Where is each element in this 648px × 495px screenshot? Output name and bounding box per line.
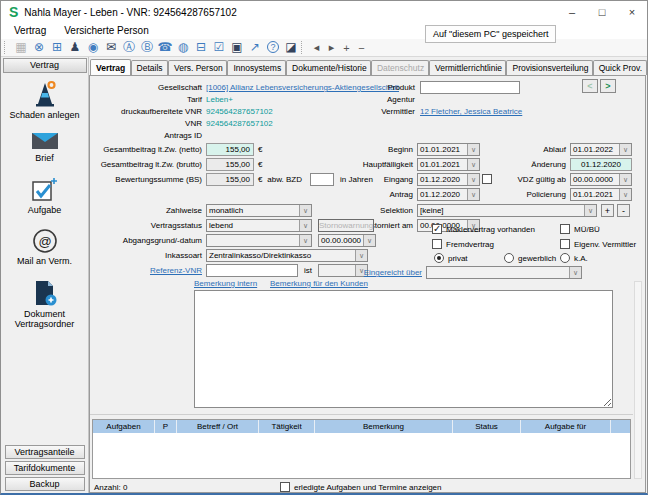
video-icon[interactable]: ◪ <box>282 39 300 56</box>
antrag-select[interactable]: 01.12.2020∨ <box>417 188 480 201</box>
zoom-in-icon[interactable]: + <box>339 42 354 54</box>
ablauf-select[interactable]: 01.01.2022∨ <box>570 143 632 156</box>
produkt-input[interactable] <box>420 81 520 94</box>
tab-details[interactable]: Details <box>131 60 168 75</box>
vdz-select[interactable]: 00.00.0000∨ <box>570 173 632 186</box>
circle-a-icon[interactable]: Ⓐ <box>120 39 138 56</box>
chevron-down-icon[interactable]: ∨ <box>299 220 311 231</box>
bemerkung-kunden-link[interactable]: Bemerkung für den Kunden <box>270 279 368 288</box>
mue-bue-checkbox[interactable] <box>560 224 570 234</box>
chevron-down-icon[interactable]: ∨ <box>619 174 631 185</box>
vermittler-link[interactable]: 12 Fletcher, Jessica Beatrice <box>420 107 522 116</box>
ka-radio[interactable] <box>560 253 570 263</box>
netto-field[interactable]: 155,00 <box>206 143 254 156</box>
bemerkung-intern-link[interactable]: Bemerkung intern <box>194 279 257 288</box>
chevron-down-icon[interactable]: ∨ <box>299 205 311 216</box>
vdz-checkbox[interactable] <box>482 174 492 184</box>
circle-b-icon[interactable]: Ⓑ <box>138 39 156 56</box>
person-icon[interactable]: ♟ <box>66 39 84 56</box>
tab-provisionsverteilung[interactable]: Provisionsverteilung <box>506 60 592 75</box>
sidebar-action-dokument-vertragsordner[interactable]: Dokument Vertragsordner <box>3 279 87 329</box>
maklervertrag-checkbox[interactable]: ✓ <box>432 224 442 234</box>
chevron-down-icon[interactable]: ∨ <box>584 205 596 216</box>
sidebar-action-brief[interactable]: Brief <box>3 131 87 163</box>
nav-forward-icon[interactable]: ▸ <box>324 41 339 54</box>
eingereicht-ueber-select[interactable]: ∨ <box>426 266 582 279</box>
sidebar-action-schaden-anlegen[interactable]: Schaden anlegen <box>3 80 87 120</box>
menu-versicherte-person[interactable]: Versicherte Person <box>55 23 158 39</box>
chevron-down-icon[interactable]: ∨ <box>467 174 479 185</box>
maximize-button[interactable]: □ <box>587 1 617 23</box>
tasks-icon[interactable]: ☑ <box>210 39 228 56</box>
close-button[interactable]: × <box>617 1 647 23</box>
referenz-vnr-link[interactable]: Referenz-VNR <box>90 266 202 275</box>
record-prev-button[interactable]: < <box>582 79 598 93</box>
svg-text:@: @ <box>38 234 51 249</box>
chevron-down-icon[interactable]: ∨ <box>569 267 581 278</box>
abgangsdatum-select[interactable]: 00.00.0000∨ <box>318 234 376 247</box>
referenz-vnr-input[interactable] <box>206 264 298 277</box>
zoom-out-icon[interactable]: − <box>354 42 369 54</box>
phone-icon[interactable]: ☎ <box>156 39 174 56</box>
backup-button[interactable]: Backup <box>5 477 85 491</box>
zahlweise-label: Zahlweise <box>90 206 202 215</box>
cancel-icon[interactable]: ⊗ <box>30 39 48 56</box>
hauptfaelligkeit-select[interactable]: 01.01.2021∨ <box>417 158 480 171</box>
selektion-add-button[interactable]: + <box>601 204 614 217</box>
privat-radio[interactable] <box>434 253 444 263</box>
sidebar-action-mail-an-verm[interactable]: @ Mail an Verm. <box>3 228 87 266</box>
col-betreff-ort: Betreff / Ort <box>177 420 259 433</box>
chevron-down-icon[interactable]: ∨ <box>467 144 479 155</box>
chevron-down-icon[interactable]: ∨ <box>467 189 479 200</box>
tarifdokumente-button[interactable]: Tarifdokumente <box>5 461 85 475</box>
tab-vertrag[interactable]: Vertrag <box>90 59 131 75</box>
policierung-select[interactable]: 01.01.2021∨ <box>570 188 632 201</box>
abgangsgrund-select[interactable]: ∨ <box>206 234 312 247</box>
chevron-down-icon[interactable]: ∨ <box>467 159 479 170</box>
erledigte-checkbox[interactable] <box>280 482 290 492</box>
window-icon[interactable]: ⊞ <box>48 39 66 56</box>
chevron-down-icon[interactable]: ∨ <box>619 189 631 200</box>
tab-vermittlerrichtlinie[interactable]: Vermittlerrichtlinie <box>429 60 506 75</box>
chevron-down-icon[interactable]: ∨ <box>363 235 375 246</box>
mail-icon[interactable]: ✉ <box>102 39 120 56</box>
zahlweise-select[interactable]: monatlich∨ <box>206 204 312 217</box>
selektion-select[interactable]: [keine]∨ <box>417 204 597 217</box>
fremdvertrag-checkbox[interactable] <box>432 239 442 249</box>
tab-dokumente-historie[interactable]: Dokumente/Historie <box>286 60 371 75</box>
tarif-value: Leben+ <box>206 95 233 104</box>
stats-icon[interactable]: ↗ <box>246 39 264 56</box>
tab-vers-person[interactable]: Vers. Person <box>168 60 228 75</box>
inkassoart-select[interactable]: Zentralinkasso/Direktinkasso∨ <box>206 249 368 262</box>
gewerblich-radio[interactable] <box>504 253 514 263</box>
vertical-scrollbar[interactable] <box>634 281 642 479</box>
help-icon[interactable]: ? <box>264 39 282 56</box>
fremdvertrag-label: Fremdvertrag <box>446 240 494 249</box>
chevron-down-icon[interactable]: ∨ <box>355 250 367 261</box>
menu-vertrag[interactable]: Vertrag <box>5 23 55 39</box>
bemerkung-textarea[interactable] <box>194 290 613 408</box>
chevron-down-icon[interactable]: ∨ <box>619 144 631 155</box>
chevron-down-icon[interactable]: ∨ <box>299 235 311 246</box>
globe-icon[interactable]: ◍ <box>174 39 192 56</box>
sidebar-header-vertrag[interactable]: Vertrag <box>3 58 87 73</box>
tab-quick-prov[interactable]: Quick Prov. <box>593 60 647 75</box>
sidebar-action-aufgabe[interactable]: Aufgabe <box>3 177 87 215</box>
vertragsstatus-select[interactable]: lebend∨ <box>206 219 312 232</box>
tarif-label: Tarif <box>90 95 202 104</box>
selektion-remove-button[interactable]: - <box>617 204 630 217</box>
tab-innosystems[interactable]: Innosystems <box>227 60 286 75</box>
eigenv-vermittler-checkbox[interactable] <box>560 239 570 249</box>
vertragsanteile-button[interactable]: Vertragsanteile <box>5 445 85 459</box>
eingang-select[interactable]: 01.12.2020∨ <box>417 173 480 186</box>
printer-icon[interactable]: ⊟ <box>192 39 210 56</box>
question-box-icon[interactable]: ▣ <box>228 39 246 56</box>
col-aufgaben: Aufgaben <box>93 420 155 433</box>
eingereicht-ueber-link[interactable]: Eingereicht über <box>326 268 422 277</box>
nav-back-icon[interactable]: ◂ <box>309 41 324 54</box>
abgangsdatum-value: 00.00.0000 <box>319 235 363 246</box>
minimize-button[interactable]: – <box>557 1 587 23</box>
record-next-button[interactable]: > <box>600 79 616 93</box>
beginn-select[interactable]: 01.01.2021∨ <box>417 143 480 156</box>
disc-icon[interactable]: ◉ <box>84 39 102 56</box>
